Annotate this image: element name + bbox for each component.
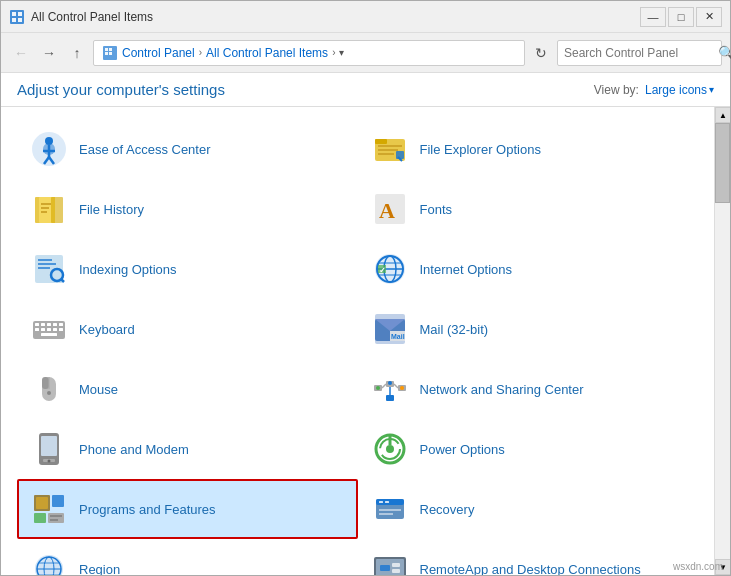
svg-rect-109	[392, 563, 400, 567]
items-container: Ease of Access Center	[1, 107, 714, 575]
region-icon	[29, 549, 69, 575]
window-icon	[9, 9, 25, 25]
svg-rect-110	[392, 569, 400, 573]
breadcrumb-panel[interactable]: Control Panel	[122, 46, 195, 60]
mouse-icon	[29, 369, 69, 409]
svg-rect-6	[105, 48, 108, 51]
mouse-label: Mouse	[79, 382, 118, 397]
svg-rect-89	[48, 513, 64, 523]
svg-rect-88	[34, 513, 46, 523]
svg-rect-86	[36, 497, 48, 509]
item-remoteapp[interactable]: RemoteApp and Desktop Connections	[358, 539, 699, 575]
svg-point-98	[35, 555, 63, 575]
keyboard-icon	[29, 309, 69, 349]
item-programs-features[interactable]: Programs and Features	[17, 479, 358, 539]
item-mail[interactable]: Mail Mail (32-bit)	[358, 299, 699, 359]
page-title: Adjust your computer's settings	[17, 81, 225, 98]
item-network-sharing[interactable]: Network and Sharing Center	[358, 359, 699, 419]
item-fonts[interactable]: A Fonts	[358, 179, 699, 239]
scroll-track[interactable]	[715, 123, 730, 559]
svg-rect-20	[378, 149, 398, 151]
refresh-button[interactable]: ↻	[529, 41, 553, 65]
address-bar: ← → ↑ Control Panel › All Control Panel …	[1, 33, 730, 73]
viewby-value[interactable]: Large icons ▾	[645, 83, 714, 97]
viewby-dropdown-icon: ▾	[709, 84, 714, 95]
svg-text:✓: ✓	[379, 266, 386, 275]
item-keyboard[interactable]: Keyboard	[17, 299, 358, 359]
svg-rect-97	[379, 513, 393, 515]
svg-rect-47	[35, 323, 39, 326]
svg-rect-2	[18, 12, 22, 16]
remoteapp-icon	[370, 549, 410, 575]
svg-rect-70	[386, 395, 394, 401]
restore-button[interactable]: □	[668, 7, 694, 27]
breadcrumb-all-items[interactable]: All Control Panel Items	[206, 46, 328, 60]
back-button[interactable]: ←	[9, 41, 33, 65]
svg-point-80	[48, 460, 51, 463]
power-options-icon	[370, 429, 410, 469]
svg-rect-7	[109, 48, 112, 51]
up-button[interactable]: ↑	[65, 41, 89, 65]
phone-modem-icon	[29, 429, 69, 469]
svg-rect-48	[41, 323, 45, 326]
svg-rect-57	[41, 333, 57, 336]
svg-rect-50	[53, 323, 57, 326]
keyboard-label: Keyboard	[79, 322, 135, 337]
search-icon: 🔍	[718, 45, 731, 61]
breadcrumb-dropdown[interactable]: ▾	[339, 47, 344, 58]
search-box[interactable]: 🔍	[557, 40, 722, 66]
svg-rect-52	[35, 328, 39, 331]
svg-point-75	[400, 386, 404, 390]
svg-rect-78	[41, 436, 57, 456]
svg-rect-9	[109, 52, 112, 55]
svg-rect-28	[41, 207, 49, 209]
svg-line-71	[382, 384, 386, 388]
item-recovery[interactable]: Recovery	[358, 479, 699, 539]
indexing-options-label: Indexing Options	[79, 262, 177, 277]
ease-of-access-label: Ease of Access Center	[79, 142, 211, 157]
breadcrumb-home-icon	[102, 45, 118, 61]
scroll-up-button[interactable]: ▲	[715, 107, 730, 123]
svg-rect-55	[53, 328, 57, 331]
close-button[interactable]: ✕	[696, 7, 722, 27]
svg-rect-91	[50, 519, 58, 521]
svg-line-72	[394, 384, 398, 388]
svg-rect-4	[18, 18, 22, 22]
item-phone-modem[interactable]: Phone and Modem	[17, 419, 358, 479]
item-internet-options[interactable]: ✓ Internet Options	[358, 239, 699, 299]
breadcrumb[interactable]: Control Panel › All Control Panel Items …	[93, 40, 525, 66]
svg-text:Mail: Mail	[391, 333, 405, 340]
forward-button[interactable]: →	[37, 41, 61, 65]
file-explorer-options-icon	[370, 129, 410, 169]
network-sharing-icon	[370, 369, 410, 409]
svg-rect-29	[41, 211, 47, 213]
scroll-thumb[interactable]	[715, 123, 730, 203]
svg-rect-21	[378, 153, 394, 155]
svg-rect-35	[38, 267, 50, 269]
programs-features-icon	[29, 489, 69, 529]
search-input[interactable]	[564, 46, 714, 60]
item-file-history[interactable]: File History	[17, 179, 358, 239]
remoteapp-label: RemoteApp and Desktop Connections	[420, 562, 641, 576]
svg-rect-53	[41, 328, 45, 331]
item-file-explorer-options[interactable]: File Explorer Options	[358, 119, 699, 179]
minimize-button[interactable]: —	[640, 7, 666, 27]
svg-rect-19	[378, 145, 402, 147]
item-power-options[interactable]: Power Options	[358, 419, 699, 479]
item-mouse[interactable]: Mouse	[17, 359, 358, 419]
programs-features-label: Programs and Features	[79, 502, 216, 517]
window-title: All Control Panel Items	[31, 10, 640, 24]
phone-modem-label: Phone and Modem	[79, 442, 189, 457]
internet-options-icon: ✓	[370, 249, 410, 289]
svg-point-74	[376, 386, 380, 390]
item-indexing-options[interactable]: Indexing Options	[17, 239, 358, 299]
svg-rect-95	[385, 501, 389, 503]
svg-rect-3	[12, 18, 16, 22]
item-region[interactable]: Region	[17, 539, 358, 575]
svg-rect-54	[47, 328, 51, 331]
svg-rect-1	[12, 12, 16, 16]
power-options-label: Power Options	[420, 442, 505, 457]
item-ease-of-access[interactable]: Ease of Access Center	[17, 119, 358, 179]
svg-point-76	[388, 381, 392, 385]
scrollbar: ▲ ▼	[714, 107, 730, 575]
